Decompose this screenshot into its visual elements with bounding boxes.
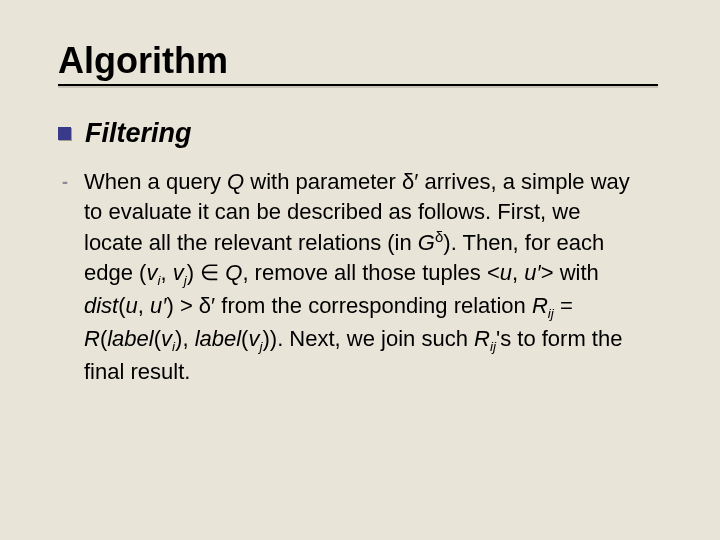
var-g: G [418,230,435,255]
title-block: Algorithm [58,40,660,88]
text-run: from the corresponding relation [215,293,532,318]
text-run: = [554,293,573,318]
var-u: u [500,260,512,285]
text-run: with parameter [244,169,402,194]
square-bullet-icon [58,127,71,140]
var-q: Q [225,260,242,285]
slide-title: Algorithm [58,40,660,82]
fn-label: label [195,326,241,351]
body-paragraph: When a query Q with parameter δ′ arrives… [84,167,644,387]
var-q: Q [227,169,244,194]
dash-bullet-icon: - [58,172,72,193]
var-v: v [173,260,184,285]
subhead-line: Filtering [58,118,660,149]
var-r: R [84,326,100,351]
var-u-prime: u′ [524,260,540,285]
text-run: ( [118,293,125,318]
var-u: u [126,293,138,318]
text-run: . Next, we join such [277,326,474,351]
var-v: v [248,326,259,351]
subhead-text: Filtering [85,118,192,149]
var-u-prime: u′ [150,293,166,318]
text-run: , remove all those tuples < [242,260,499,285]
fn-dist: dist [84,293,118,318]
text-run: > with [541,260,599,285]
text-run: , [512,260,524,285]
fn-label: label [107,326,153,351]
title-underline-shadow [58,86,658,88]
content-area: Filtering - When a query Q with paramete… [58,118,660,387]
text-run: , [160,260,172,285]
var-r: R [474,326,490,351]
element-of-symbol: ∈ [200,260,219,285]
var-v: v [146,260,157,285]
var-r: R [532,293,548,318]
text-run: , [138,293,150,318]
body-line: - When a query Q with parameter δ′ arriv… [58,167,660,387]
text-run: ) [187,260,200,285]
var-delta-prime: δ′ [402,169,418,194]
text-run: When a query [84,169,227,194]
text-run: )) [262,326,277,351]
var-delta-prime: δ′ [199,293,215,318]
slide: Algorithm Filtering - When a query Q wit… [0,0,720,540]
text-run: , [182,326,194,351]
var-v: v [161,326,172,351]
text-run: ( [154,326,161,351]
text-run: ) [166,293,173,318]
text-run: > [174,293,199,318]
